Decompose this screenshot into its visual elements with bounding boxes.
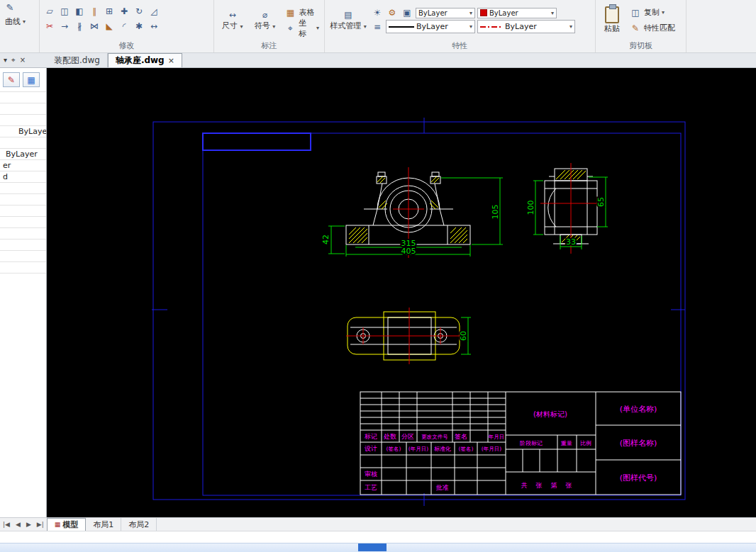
list-item[interactable]: [0, 92, 46, 103]
list-item[interactable]: er: [0, 160, 46, 171]
sun-icon[interactable]: ☀: [371, 7, 384, 18]
list-item[interactable]: [0, 115, 46, 126]
symbol-button[interactable]: ⌀ 符号 ▾: [250, 4, 280, 38]
caret-icon: ▾: [316, 25, 319, 31]
document-tab-bar: ▾ ⌖ × 装配图.dwg 轴承座.dwg ×: [0, 53, 756, 68]
tab-close-icon[interactable]: ×: [168, 56, 174, 65]
tb-review: 审核: [365, 471, 377, 478]
palette-close-icon[interactable]: ×: [20, 56, 26, 64]
list-icon[interactable]: ≡: [371, 21, 384, 33]
tb-drawing-name: (图样名称): [620, 439, 657, 448]
tb-unit-name: (单位名称): [620, 405, 657, 414]
break-icon[interactable]: ∦: [73, 21, 86, 32]
list-item[interactable]: [0, 205, 46, 217]
list-item[interactable]: [0, 251, 46, 262]
bottom-strip: [0, 543, 756, 552]
copy-object-icon[interactable]: ◫: [58, 6, 71, 17]
tab-layout1[interactable]: 布局1: [86, 518, 121, 531]
linetype-sample-icon: [480, 26, 503, 28]
list-item[interactable]: [0, 137, 46, 149]
color-combo-value: ByLayer: [418, 9, 448, 17]
erase-icon[interactable]: ▱: [43, 6, 56, 17]
tb-sheet-unit1: 张: [536, 482, 543, 489]
list-item[interactable]: [0, 240, 46, 251]
palette-menu-icon[interactable]: ▾: [4, 56, 7, 64]
tb-sign: 签名: [455, 433, 467, 440]
curve-button[interactable]: 曲线 ▾: [4, 14, 27, 28]
caret-icon: ▾: [240, 23, 243, 30]
array-icon[interactable]: ⊞: [103, 6, 116, 17]
color-combo[interactable]: ByLayer ▾: [416, 8, 475, 18]
tab-model[interactable]: ▦ 模型: [47, 518, 87, 531]
lineweight-combo[interactable]: ByLayer ▾: [386, 20, 475, 33]
tb-date: 年月日: [488, 434, 505, 440]
tab-assembly-drawing[interactable]: 装配图.dwg: [47, 53, 108, 67]
tab-layout2[interactable]: 布局2: [121, 518, 157, 531]
paste-label: 粘贴: [604, 23, 620, 34]
list-item[interactable]: [0, 262, 46, 274]
rotate-icon[interactable]: ↻: [133, 6, 145, 17]
drawing-canvas[interactable]: 42 105 315 405: [47, 68, 756, 517]
ribbon-group-draw: ✎ 曲线 ▾: [0, 0, 40, 52]
list-item[interactable]: ByLayer: [0, 149, 46, 160]
first-layout-icon[interactable]: |◀: [0, 521, 13, 528]
dimension-button[interactable]: ↔ 尺寸 ▾: [218, 4, 248, 38]
linetype-combo-value: ByLayer: [505, 22, 537, 31]
layer-color-combo[interactable]: ByLayer ▾: [477, 8, 557, 18]
pin-icon[interactable]: ⌖: [11, 56, 16, 64]
explode-icon[interactable]: ✱: [133, 21, 145, 32]
list-item[interactable]: [0, 194, 46, 205]
properties-palette: ✎ ▦ ByLayer ByLayer er d: [0, 68, 47, 517]
next-layout-icon[interactable]: ▶: [23, 521, 34, 528]
tb-change-file: 更改文件号: [421, 434, 448, 440]
list-item[interactable]: d: [0, 171, 46, 183]
trim-icon[interactable]: ✂: [43, 21, 56, 32]
prev-layout-icon[interactable]: ◀: [13, 521, 23, 528]
copy-button[interactable]: ◫ 复制 ▾: [628, 6, 677, 20]
palette-edit-button[interactable]: ✎: [3, 72, 20, 87]
extend-icon[interactable]: →: [58, 21, 71, 32]
dimension-icon: ↔: [226, 9, 239, 21]
scale-icon[interactable]: ◿: [148, 6, 160, 17]
tab-bearing-seat[interactable]: 轴承座.dwg ×: [108, 53, 182, 67]
paste-button[interactable]: 粘贴: [599, 4, 625, 38]
palette-select-button[interactable]: ▦: [23, 72, 40, 87]
offset-icon[interactable]: ∥: [88, 6, 101, 17]
side-view[interactable]: 100 65 33: [526, 163, 608, 254]
caret-icon: ▾: [23, 18, 26, 25]
last-layout-icon[interactable]: ▶|: [34, 521, 47, 528]
title-block[interactable]: 标记 处数 分区 更改文件号 签名 年月日 设计 (签名) (年月日) 标准化 …: [360, 392, 681, 495]
front-view[interactable]: 42 105 315 405: [321, 167, 503, 258]
move-icon[interactable]: ✚: [118, 6, 130, 17]
linetype-combo[interactable]: ByLayer ▾: [477, 20, 575, 33]
red-color-swatch-icon: [480, 9, 487, 16]
bulb-icon[interactable]: ⚙: [386, 7, 399, 18]
top-view[interactable]: 60: [346, 308, 471, 364]
layers-icon[interactable]: ▣: [401, 7, 413, 18]
ribbon-group-properties: ▤ 样式管理 ▾ ☀ ⚙ ▣ ByLayer ▾ ByLayer ▾: [325, 0, 596, 52]
mirror-icon[interactable]: ◧: [73, 6, 86, 17]
caret-icon: ▾: [469, 10, 472, 16]
stretch-icon[interactable]: ↔: [148, 21, 160, 32]
model-tab-icon: ▦: [55, 519, 61, 531]
list-item[interactable]: [0, 217, 46, 228]
chamfer-icon[interactable]: ◣: [103, 21, 116, 32]
dim-100: 100: [526, 201, 535, 215]
list-item[interactable]: ByLayer: [0, 126, 46, 137]
lineweight-combo-value: ByLayer: [416, 22, 448, 31]
coordinate-button[interactable]: ⌖ 坐标 ▾: [282, 21, 321, 35]
match-properties-button[interactable]: ✎ 特性匹配: [628, 21, 677, 35]
style-manager-button[interactable]: ▤ 样式管理 ▾: [328, 4, 368, 38]
caret-icon: ▾: [469, 23, 472, 30]
caret-icon: ▾: [272, 23, 275, 30]
pencil-icon[interactable]: ✎: [4, 1, 16, 13]
join-icon[interactable]: ⋈: [88, 21, 101, 32]
tb-standardize: 标准化: [434, 446, 451, 452]
list-item[interactable]: [0, 103, 46, 115]
list-item[interactable]: [0, 228, 46, 240]
list-item[interactable]: [0, 183, 46, 194]
fillet-icon[interactable]: ◜: [118, 21, 130, 32]
tb-approve: 批准: [435, 484, 449, 491]
caret-icon: ▾: [551, 10, 554, 16]
tb-std-sign: (签名): [459, 446, 474, 452]
